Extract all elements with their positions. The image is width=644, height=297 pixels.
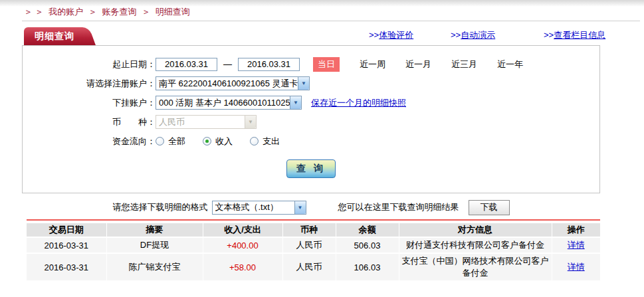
download-row: 请您选择下载明细的格式 文本格式（.txt） ▼ 您可以在这里下载查询明细结果 … <box>22 199 600 215</box>
link-view-column-info[interactable]: >>查看栏目信息 <box>544 29 605 41</box>
radio-label: 全部 <box>168 136 185 148</box>
cell-amount: +400.00 <box>203 237 282 253</box>
results-table: 交易日期 摘要 收入/支出 币种 余额 对方信息 操作 2016-03-31 D… <box>27 223 600 282</box>
breadcrumb-item-account-query[interactable]: 账务查询 <box>102 7 137 17</box>
registered-account-label: 请选择注册账户： <box>23 78 156 90</box>
table-header-row: 交易日期 摘要 收入/支出 币种 余额 对方信息 操作 <box>27 223 600 237</box>
header-summary: 摘要 <box>106 223 203 237</box>
quick-range-quarter[interactable]: 近三月 <box>451 58 477 70</box>
radio-flow-income[interactable]: 收入 <box>203 136 233 148</box>
link-auto-demo[interactable]: >>自动演示 <box>451 29 495 41</box>
cell-counterparty: 支付宝（中国）网络技术有限公司客户备付金 <box>399 253 552 281</box>
tab-detail-query: 明细查询 <box>24 27 82 45</box>
link-arrows: >> <box>544 30 554 40</box>
date-range-label: 起止日期： <box>23 58 156 70</box>
table-row: 2016-03-31 DF提现 +400.00 人民币 506.03 财付通支付… <box>27 237 600 253</box>
flow-direction-row: 资金流向： 全部 收入 支出 <box>23 132 599 151</box>
quick-range-year[interactable]: 近一年 <box>497 58 523 70</box>
currency-label: 币 种： <box>23 116 156 128</box>
radio-selected-icon[interactable] <box>203 137 211 146</box>
currency-value: 人民币 <box>156 116 245 128</box>
cell-balance: 106.03 <box>336 253 399 281</box>
quick-range-week[interactable]: 近一周 <box>360 58 385 70</box>
breadcrumb-prefix: ＞ ＞ <box>24 7 44 17</box>
link-label: 体验评价 <box>379 30 413 40</box>
currency-select-disabled: 人民币 ▼ <box>156 115 257 129</box>
link-experience-rating[interactable]: >>体验评价 <box>369 29 413 41</box>
detail-link[interactable]: 详情 <box>568 240 585 250</box>
registered-account-value: 南平 6222001406100921065 灵通卡 <box>156 78 298 90</box>
flow-direction-label: 资金流向： <box>23 136 156 148</box>
radio-flow-all[interactable]: 全部 <box>156 136 185 148</box>
cell-balance: 506.03 <box>336 237 399 253</box>
cell-date: 2016-03-31 <box>27 253 106 281</box>
divider-line <box>22 21 640 21</box>
download-hint: 您可以在这里下载查询明细结果 <box>338 201 459 213</box>
date-to-input[interactable] <box>238 58 300 71</box>
breadcrumb-separator: ＞ <box>88 7 97 17</box>
link-label: 自动演示 <box>461 30 495 40</box>
breadcrumb-item-my-account[interactable]: 我的账户 <box>49 7 83 17</box>
quick-range-today[interactable]: 当日 <box>313 57 340 72</box>
query-button-row: 查 询 <box>23 159 599 178</box>
header-balance: 余额 <box>336 223 399 237</box>
header-amount: 收入/支出 <box>203 223 282 237</box>
query-form-panel: 起止日期： — 当日 近一周 近一月 近三月 近一年 请选择注册账户： 南平 6… <box>22 45 600 193</box>
cell-date: 2016-03-31 <box>27 237 106 253</box>
cell-currency: 人民币 <box>282 253 336 281</box>
sub-account-value: 000 活期 基本户 1406600101102571848 <box>156 97 290 109</box>
header-date: 交易日期 <box>27 223 106 237</box>
page: ＞ ＞ 我的账户 ＞ 账务查询 ＞ 明细查询 明细查询 >>体验评价 >>自动演… <box>0 0 644 297</box>
radio-flow-expense[interactable]: 支出 <box>250 136 280 148</box>
date-from-input[interactable] <box>156 58 217 71</box>
link-arrows: >> <box>369 30 379 40</box>
radio-label: 支出 <box>263 136 280 148</box>
breadcrumb-separator: ＞ <box>142 7 150 17</box>
cell-summary: 陈广锦支付宝 <box>106 253 203 281</box>
registered-account-select[interactable]: 南平 6222001406100921065 灵通卡 ▼ <box>156 76 310 90</box>
chevron-down-icon[interactable]: ▼ <box>290 96 301 109</box>
snapshot-link[interactable]: 保存近一个月的明细快照 <box>311 97 406 109</box>
chevron-down-icon[interactable]: ▼ <box>298 77 309 90</box>
header-currency: 币种 <box>282 223 336 237</box>
radio-icon[interactable] <box>156 137 164 146</box>
sub-account-label: 下挂账户： <box>23 97 156 109</box>
registered-account-row: 请选择注册账户： 南平 6222001406100921065 灵通卡 ▼ <box>23 74 599 93</box>
download-format-select[interactable]: 文本格式（.txt） ▼ <box>212 201 306 215</box>
date-dash: — <box>223 59 232 69</box>
detail-link[interactable]: 详情 <box>568 262 585 272</box>
date-range-row: 起止日期： — 当日 近一周 近一月 近三月 近一年 <box>23 54 599 74</box>
currency-row: 币 种： 人民币 ▼ <box>23 112 599 132</box>
chevron-down-icon: ▼ <box>245 116 256 128</box>
sub-account-row: 下挂账户： 000 活期 基本户 1406600101102571848 ▼ 保… <box>23 93 599 112</box>
chevron-down-icon[interactable]: ▼ <box>294 201 306 214</box>
download-button[interactable]: 下载 <box>469 200 510 215</box>
cell-counterparty: 财付通支付科技有限公司客户备付金 <box>399 237 552 253</box>
top-links: >>体验评价 >>自动演示 >>查看栏目信息 <box>0 29 644 41</box>
sub-account-select[interactable]: 000 活期 基本户 1406600101102571848 ▼ <box>156 96 302 110</box>
query-button[interactable]: 查 询 <box>286 159 336 178</box>
cell-currency: 人民币 <box>282 237 336 253</box>
header-counterparty: 对方信息 <box>399 223 552 237</box>
red-separator-line <box>27 219 600 221</box>
breadcrumb-item-detail-query[interactable]: 明细查询 <box>156 7 190 17</box>
link-label: 查看栏目信息 <box>554 30 605 40</box>
download-format-value: 文本格式（.txt） <box>213 201 294 213</box>
table-row: 2016-03-31 陈广锦支付宝 +58.00 人民币 106.03 支付宝（… <box>27 253 600 281</box>
link-arrows: >> <box>451 30 461 40</box>
breadcrumb: ＞ ＞ 我的账户 ＞ 账务查询 ＞ 明细查询 <box>24 6 193 18</box>
cell-amount: +58.00 <box>203 253 282 281</box>
quick-range-month[interactable]: 近一月 <box>405 58 431 70</box>
cell-summary: DF提现 <box>106 237 203 253</box>
radio-icon[interactable] <box>250 137 259 146</box>
radio-label: 收入 <box>215 136 233 148</box>
header-action: 操作 <box>552 223 600 237</box>
download-format-label: 请您选择下载明细的格式 <box>113 201 208 213</box>
